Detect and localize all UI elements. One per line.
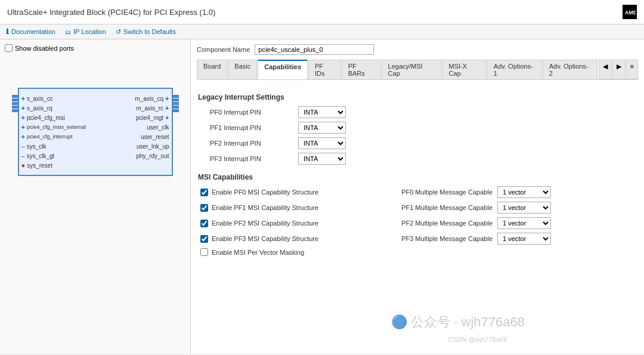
tab-board[interactable]: Board [197, 60, 227, 79]
interrupt-pin-select-0[interactable]: INTAINTBINTCINTD [298, 106, 346, 118]
interrupt-pin-select-1[interactable]: INTAINTBINTCINTD [298, 122, 346, 134]
interrupt-pin-row-0: PF0 Interrupt PIN INTAINTBINTCINTD [198, 106, 637, 118]
port-name: sys_clk_gt [27, 153, 55, 159]
tab-msi-x-cap[interactable]: MSI-X Cap [442, 60, 487, 79]
msi-multi-label-2: PF2 Multiple Message Capable [373, 220, 493, 227]
per-vector-checkbox[interactable] [200, 248, 208, 256]
side-bar [12, 95, 18, 98]
msi-multi-label-0: PF0 Multiple Message Capable [373, 189, 493, 196]
switch-to-defaults-label: Switch to Defaults [123, 28, 176, 35]
show-disabled-ports-row: Show disabled ports [5, 44, 185, 52]
tab-nav-next[interactable]: ▶ [612, 60, 626, 79]
right-side-bars [173, 95, 179, 112]
amd-logo: AMD [623, 5, 637, 19]
interrupt-pin-select-3[interactable]: INTAINTBINTCINTD [298, 153, 346, 165]
port-symbol: + [21, 114, 25, 121]
interrupt-pin-label-1: PF1 Interrupt PIN [210, 124, 293, 131]
msi-multi-select-2[interactable]: 1 vector2 vectors4 vectors [497, 217, 551, 229]
msi-multi-label-1: PF1 Multiple Message Capable [373, 204, 493, 211]
port-symbol: + [21, 133, 25, 140]
tab-capabilities[interactable]: Capabilities [258, 60, 308, 79]
msi-row-3: Enable PF3 MSI Capability Structure PF3 … [198, 233, 637, 245]
interrupt-pin-label-3: PF3 Interrupt PIN [210, 155, 293, 162]
port-symbol: – [21, 152, 25, 159]
port-symbol: + [165, 104, 169, 112]
msi-row-0: Enable PF0 MSI Capability Structure PF0 … [198, 186, 637, 198]
msi-enable-checkbox-1[interactable] [200, 204, 208, 212]
tab-nav-menu[interactable]: ≡ [626, 60, 638, 79]
port-row: ● sys_reset [19, 160, 172, 170]
msi-multi-select-3[interactable]: 1 vector2 vectors4 vectors [497, 233, 551, 245]
component-name-row: Component Name [197, 44, 638, 55]
port-name: m_axis_cq [135, 95, 163, 102]
msi-enable-checkbox-3[interactable] [200, 235, 208, 243]
msi-enable-label-2: Enable PF2 MSI Capability Structure [212, 220, 318, 227]
ip-location-link[interactable]: 🗂 IP Location [65, 28, 106, 35]
documentation-label: Documentation [11, 28, 55, 35]
tab-adv-options-1[interactable]: Adv. Options-1 [487, 60, 542, 79]
msi-enable-checkbox-0[interactable] [200, 189, 208, 196]
left-side-bars [12, 95, 18, 112]
refresh-icon: ↺ [116, 28, 121, 36]
port-left: + pcie4_cfg_msix_external [19, 124, 86, 131]
msi-multi-label-3: PF3 Multiple Message Capable [373, 235, 493, 242]
msi-enable-left-0: Enable PF0 MSI Capability Structure [200, 189, 373, 196]
side-bar [12, 102, 18, 105]
show-disabled-ports-label: Show disabled ports [15, 45, 74, 52]
title-bar: UltraScale+ Integrated Block (PCIE4C) fo… [0, 0, 644, 24]
port-name: s_axis_cc [27, 95, 53, 102]
port-name: phy_rdy_out [136, 153, 169, 159]
port-left: + pcie4_cfg_msi [19, 114, 65, 121]
port-symbol: ● [21, 162, 26, 169]
msi-enable-label-3: Enable PF3 MSI Capability Structure [212, 235, 318, 242]
port-row: + pcie4_cfg_msi pcie4_mgt + [19, 113, 172, 122]
tab-adv-options-2[interactable]: Adv. Options-2 [543, 60, 597, 79]
msi-enable-left-1: Enable PF1 MSI Capability Structure [200, 204, 373, 212]
tab-pf-ids[interactable]: PF IDs [308, 60, 341, 79]
port-right: phy_rdy_out [136, 153, 171, 159]
port-row: – sys_clk user_lnk_up [19, 141, 172, 151]
port-name: user_clk [147, 124, 169, 131]
content-area: Legacy Interrupt Settings PF0 Interrupt … [197, 86, 638, 258]
port-row: + pcie4_cfg_interrupt user_reset [19, 132, 172, 141]
side-bar [173, 109, 179, 112]
documentation-link[interactable]: ℹ Documentation [6, 27, 55, 36]
port-symbol: + [21, 124, 25, 131]
port-row: + pcie4_cfg_msix_external user_clk [19, 122, 172, 132]
per-vector-label: Enable MSI Per Vector Masking [212, 249, 304, 256]
port-left: + pcie4_cfg_interrupt [19, 133, 73, 140]
toolbar: ℹ Documentation 🗂 IP Location ↺ Switch t… [0, 24, 644, 39]
port-symbol: + [21, 95, 25, 102]
port-name: user_lnk_up [137, 143, 169, 150]
interrupt-pin-label-2: PF2 Interrupt PIN [210, 140, 293, 147]
svg-text:AMD: AMD [625, 10, 636, 16]
msi-right-0: PF0 Multiple Message Capable 1 vector2 v… [373, 186, 551, 198]
port-name: pcie4_cfg_msix_external [27, 124, 86, 130]
component-name-input[interactable] [255, 44, 374, 55]
port-name: user_reset [141, 134, 169, 140]
interrupt-pin-select-2[interactable]: INTAINTBINTCINTD [298, 137, 346, 149]
tab-legacy-msi-cap[interactable]: Legacy/MSI Cap [382, 60, 442, 79]
msi-multi-select-1[interactable]: 1 vector2 vectors4 vectors [497, 202, 551, 214]
msi-multi-select-0[interactable]: 1 vector2 vectors4 vectors [497, 186, 551, 198]
tab-nav-prev[interactable]: ◀ [599, 60, 612, 79]
per-vector-row: Enable MSI Per Vector Masking [198, 248, 637, 256]
file-icon: 🗂 [65, 29, 71, 35]
side-bar [173, 98, 179, 101]
port-left: + s_axis_rq [19, 104, 52, 112]
port-name: sys_clk [27, 143, 47, 150]
show-disabled-ports-checkbox[interactable] [5, 44, 13, 52]
port-row: – sys_clk_gt phy_rdy_out [19, 151, 172, 160]
port-right: user_clk [147, 124, 171, 131]
msi-enable-checkbox-2[interactable] [200, 220, 208, 227]
msi-enable-label-0: Enable PF0 MSI Capability Structure [212, 189, 318, 196]
side-bar [173, 102, 179, 105]
port-symbol: + [21, 104, 25, 112]
interrupt-pin-row-3: PF3 Interrupt PIN INTAINTBINTCINTD [198, 153, 637, 165]
tab-basic[interactable]: Basic [228, 60, 257, 79]
right-panel: Component Name Board Basic Capabilities … [191, 39, 644, 354]
tab-pf-bars[interactable]: PF BARs [342, 60, 381, 79]
legacy-interrupt-header: Legacy Interrupt Settings [198, 93, 637, 101]
port-symbol: – [21, 143, 25, 150]
switch-to-defaults-link[interactable]: ↺ Switch to Defaults [116, 28, 176, 36]
